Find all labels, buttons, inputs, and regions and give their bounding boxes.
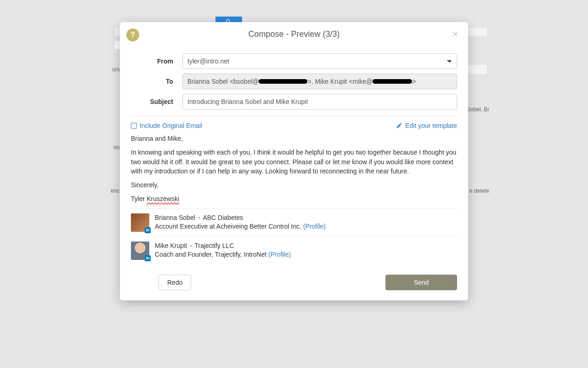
email-signature: Tyler Kruszewski xyxy=(131,194,457,203)
redacted-text xyxy=(259,79,307,84)
checkbox-icon xyxy=(131,123,137,129)
compose-preview-modal: ? Compose - Preview (3/3) × From tyler@i… xyxy=(120,22,468,300)
modal-title: Compose - Preview (3/3) xyxy=(248,29,339,39)
to-input: Brianna Sobel <bsobel@>, Mike Krupit <mi… xyxy=(182,74,457,89)
from-label: From xyxy=(131,58,182,65)
edit-template-link[interactable]: Edit your template xyxy=(396,122,457,129)
from-select[interactable]: tyler@intro.net xyxy=(182,53,457,69)
divider xyxy=(131,116,457,116)
help-icon[interactable]: ? xyxy=(126,29,139,41)
linkedin-icon[interactable]: in xyxy=(145,255,151,261)
redo-button[interactable]: Redo xyxy=(158,275,191,290)
subject-label: Subject xyxy=(131,98,182,105)
avatar: in xyxy=(131,242,149,260)
send-button[interactable]: Send xyxy=(385,275,457,290)
to-label: To xyxy=(131,78,182,85)
subject-input[interactable] xyxy=(182,94,457,109)
to-row: To Brianna Sobel <bsobel@>, Mike Krupit … xyxy=(131,74,457,89)
contact-card: in Brianna Sobel - ABC Diabetes Account … xyxy=(131,208,457,236)
from-row: From tyler@intro.net xyxy=(131,53,457,69)
pencil-icon xyxy=(396,122,402,129)
modal-header: ? Compose - Preview (3/3) × xyxy=(120,22,468,46)
modal-footer: Redo Send xyxy=(131,271,457,292)
modal-overlay: ? Compose - Preview (3/3) × From tyler@i… xyxy=(0,0,588,368)
contact-info: Brianna Sobel - ABC Diabetes Account Exe… xyxy=(155,213,326,232)
contact-info: Mike Krupit - Trajectify LLC Coach and F… xyxy=(155,242,291,260)
email-body: In knowing and speaking with each of you… xyxy=(131,148,457,176)
include-original-toggle[interactable]: Include Original Email xyxy=(131,122,202,129)
body-toolbar: Include Original Email Edit your templat… xyxy=(131,122,457,129)
subject-row: Subject xyxy=(131,94,457,109)
redacted-text xyxy=(373,79,412,84)
email-signoff: Sincerely, xyxy=(131,180,457,190)
close-button[interactable]: × xyxy=(450,29,461,40)
email-greeting: Brianna and Mike, xyxy=(131,134,457,143)
profile-link[interactable]: (Profile) xyxy=(303,223,326,230)
profile-link[interactable]: (Profile) xyxy=(268,251,291,258)
contact-card: in Mike Krupit - Trajectify LLC Coach an… xyxy=(131,236,457,264)
avatar: in xyxy=(131,213,149,232)
linkedin-icon[interactable]: in xyxy=(145,227,151,233)
modal-body: From tyler@intro.net To Brianna Sobel <b… xyxy=(120,46,468,300)
